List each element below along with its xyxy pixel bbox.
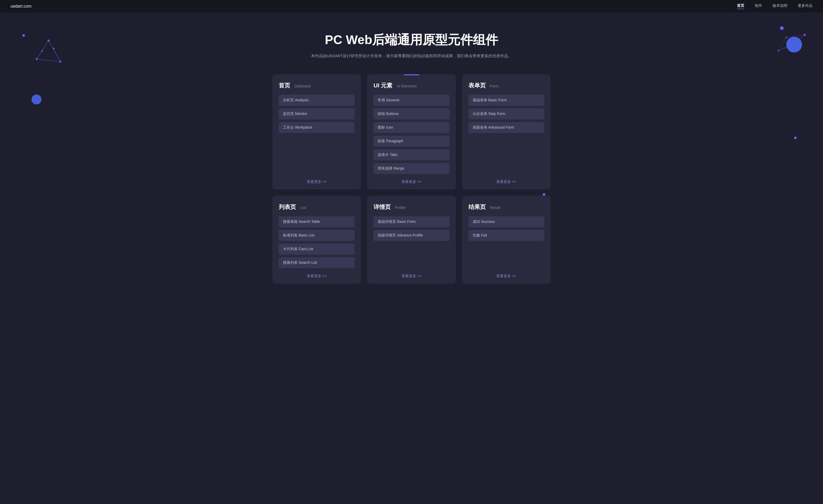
list-item[interactable]: 段落 Paragraph <box>373 136 449 147</box>
list-item[interactable]: 基础表单 Basic Form <box>468 95 544 106</box>
card-ui: UI 元素UI Elements常用 General按钮 Buttons图标 I… <box>367 74 456 189</box>
list-item[interactable]: 高级详情页 Advance Profile <box>373 230 449 241</box>
card-footer-detail: 查看更多 >> <box>373 274 449 279</box>
nav-logo: uedart.com <box>10 4 31 9</box>
card-title-en-ui: UI Elements <box>396 84 417 88</box>
nav-link-版本说明[interactable]: 版本说明 <box>773 3 787 9</box>
list-item[interactable]: 搜索表格 Search Table <box>279 216 355 227</box>
svg-point-3 <box>41 50 43 52</box>
list-item[interactable]: 搜索列表 Search List <box>279 257 355 268</box>
card-title-en-result: Result <box>490 205 500 210</box>
card-header-list: 列表页List <box>279 203 355 211</box>
card-grid: 首页Dahboard分析页 Analysis监控页 Monitor工作台 Wor… <box>267 74 556 300</box>
card-more-link-list[interactable]: 查看更多 >> <box>307 274 327 278</box>
card-items-ui: 常用 General按钮 Buttons图标 Icon段落 Paragraph选… <box>373 95 449 174</box>
card-title-cn-detail: 详情页 <box>373 203 391 211</box>
card-header-home: 首页Dahboard <box>279 81 355 90</box>
list-item[interactable]: 失败 Fail <box>468 230 544 241</box>
card-header-result: 结果页Result <box>468 203 544 211</box>
nav-link-首页[interactable]: 首页 <box>737 3 744 9</box>
list-item[interactable]: 按钮 Buttons <box>373 109 449 120</box>
card-footer-ui: 查看更多 >> <box>373 179 449 184</box>
list-item[interactable]: 基础详情页 Basic Form <box>373 216 449 227</box>
card-title-en-detail: Profile <box>395 205 405 210</box>
card-items-list: 搜索表格 Search Table标准列表 Basic List卡片列表 Car… <box>279 216 355 268</box>
list-item[interactable]: 分析页 Analysis <box>279 95 355 106</box>
list-item[interactable]: 图标 Icon <box>373 122 449 133</box>
list-item[interactable]: 卡片列表 Card List <box>279 243 355 255</box>
card-more-link-detail[interactable]: 查看更多 >> <box>401 274 422 278</box>
nav-link-更多作品[interactable]: 更多作品 <box>798 3 813 9</box>
card-footer-home: 查看更多 >> <box>279 179 355 184</box>
list-item[interactable]: 高级表单 Advanced Form <box>468 122 544 133</box>
card-more-link-ui[interactable]: 查看更多 >> <box>401 180 422 184</box>
card-more-link-result[interactable]: 查看更多 >> <box>496 274 516 278</box>
card-footer-form: 查看更多 >> <box>468 179 544 184</box>
card-title-en-list: List <box>300 205 306 210</box>
navbar: uedart.com 首页组件版本说明更多作品 <box>0 0 823 13</box>
card-title-en-form: Form <box>490 84 499 88</box>
hero-title: PC Web后端通用原型元件组件 <box>0 31 823 48</box>
deco-dot-right2 <box>794 137 797 139</box>
card-form: 表单页Form基础表单 Basic Form分步表单 Step Form高级表单… <box>462 74 550 189</box>
list-item[interactable]: 标准列表 Basic List <box>279 230 355 241</box>
hero-subtitle: 本作品由UEDART设计研究所设计并发布，请大家尊重我们的知识版权和劳动成果，我… <box>0 53 823 58</box>
list-item[interactable]: 分步表单 Step Form <box>468 109 544 120</box>
card-footer-result: 查看更多 >> <box>468 274 544 279</box>
list-item[interactable]: 监控页 Monitor <box>279 109 355 120</box>
deco-dot-right <box>780 26 784 30</box>
card-header-ui: UI 元素UI Elements <box>373 81 449 90</box>
card-items-detail: 基础详情页 Basic Form高级详情页 Advance Profile <box>373 216 449 268</box>
svg-point-14 <box>778 50 779 51</box>
card-more-link-form[interactable]: 查看更多 >> <box>496 180 516 184</box>
card-title-cn-home: 首页 <box>279 81 290 90</box>
card-items-home: 分析页 Analysis监控页 Monitor工作台 Workplace <box>279 95 355 174</box>
card-result: 结果页Result成功 Success失败 Fail查看更多 >> <box>462 196 550 284</box>
card-header-detail: 详情页Profile <box>373 203 449 211</box>
card-items-result: 成功 Success失败 Fail <box>468 216 544 268</box>
list-item[interactable]: 工作台 Workplace <box>279 122 355 133</box>
deco-card-dot <box>543 193 545 196</box>
card-title-cn-result: 结果页 <box>468 203 486 211</box>
list-item[interactable]: 滑块选择 Range <box>373 163 449 174</box>
svg-point-2 <box>59 61 61 63</box>
nav-link-组件[interactable]: 组件 <box>755 3 762 9</box>
card-title-cn-form: 表单页 <box>468 81 486 90</box>
card-footer-list: 查看更多 >> <box>279 274 355 279</box>
card-title-cn-ui: UI 元素 <box>373 81 392 90</box>
card-home: 首页Dahboard分析页 Analysis监控页 Monitor工作台 Wor… <box>273 74 361 189</box>
deco-circle-left <box>31 95 41 105</box>
list-item[interactable]: 选项卡 Tabs <box>373 149 449 160</box>
card-list: 列表页List搜索表格 Search Table标准列表 Basic List卡… <box>273 196 361 284</box>
card-header-form: 表单页Form <box>468 81 544 90</box>
card-more-link-home[interactable]: 查看更多 >> <box>307 180 327 184</box>
list-item[interactable]: 常用 General <box>373 95 449 106</box>
card-detail: 详情页Profile基础详情页 Basic Form高级详情页 Advance … <box>367 196 456 284</box>
card-items-form: 基础表单 Basic Form分步表单 Step Form高级表单 Advanc… <box>468 95 544 174</box>
card-title-en-home: Dahboard <box>295 84 311 88</box>
nav-links: 首页组件版本说明更多作品 <box>737 3 813 9</box>
svg-line-7 <box>37 59 60 62</box>
list-item[interactable]: 成功 Success <box>468 216 544 227</box>
card-title-cn-list: 列表页 <box>279 203 296 211</box>
